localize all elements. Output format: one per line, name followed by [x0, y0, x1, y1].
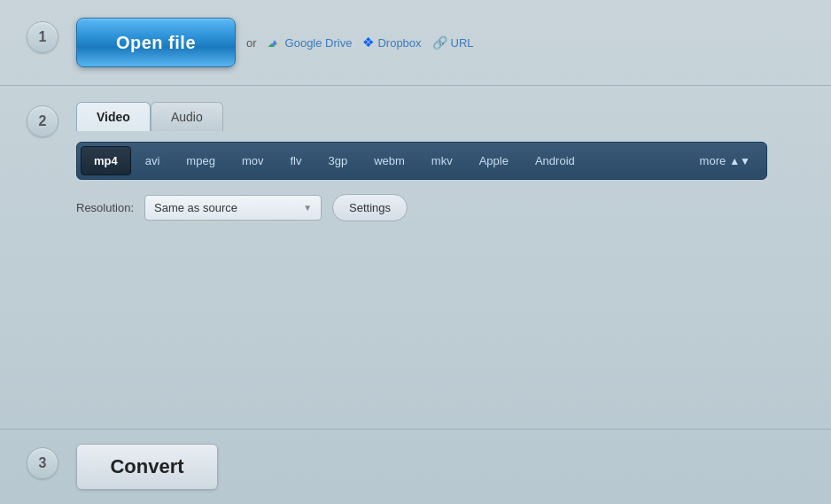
format-tabs: Video Audio — [76, 102, 804, 131]
url-link[interactable]: 🔗 URL — [432, 35, 474, 50]
resolution-dropdown[interactable]: Same as source ▼ — [144, 195, 322, 221]
section-2-content: Video Audio mp4 avi mpeg mov flv 3gp web… — [76, 102, 804, 221]
or-text: or — [246, 36, 257, 50]
format-android[interactable]: Android — [523, 147, 587, 174]
gdrive-label: Google Drive — [285, 36, 353, 50]
resolution-row: Resolution: Same as source ▼ Settings — [76, 194, 804, 221]
section-1-content: Open file or — [76, 18, 804, 67]
main-container: 1 Open file or — [0, 0, 831, 504]
tab-audio[interactable]: Audio — [151, 102, 223, 131]
gdrive-svg — [268, 36, 282, 49]
format-avi[interactable]: avi — [133, 147, 173, 174]
format-bar: mp4 avi mpeg mov flv 3gp webm mkv Apple … — [76, 142, 767, 180]
format-mkv[interactable]: mkv — [419, 147, 465, 174]
google-drive-link[interactable]: Google Drive — [268, 36, 353, 50]
open-file-button[interactable]: Open file — [76, 18, 236, 67]
dropbox-label: Dropbox — [377, 36, 421, 50]
step-3-number: 3 — [27, 447, 58, 479]
step-2-number: 2 — [27, 105, 58, 137]
more-label: more — [700, 154, 726, 167]
resolution-label: Resolution: — [76, 201, 134, 214]
gdrive-icon — [268, 36, 282, 49]
section-3: 3 Convert — [0, 430, 831, 504]
section-1: 1 Open file or — [0, 0, 831, 86]
convert-button[interactable]: Convert — [76, 444, 218, 490]
link-icon: 🔗 — [432, 35, 447, 50]
format-flv[interactable]: flv — [277, 147, 314, 174]
format-mpeg[interactable]: mpeg — [174, 147, 228, 174]
resolution-value: Same as source — [154, 201, 237, 214]
section-3-content: Convert — [76, 444, 804, 490]
format-webm[interactable]: webm — [361, 147, 417, 174]
dropdown-arrow-icon: ▼ — [303, 203, 312, 213]
section-2: 2 Video Audio mp4 avi mpeg mov flv 3gp w… — [0, 86, 831, 430]
format-mp4[interactable]: mp4 — [81, 146, 131, 175]
settings-button[interactable]: Settings — [332, 194, 408, 221]
dropbox-icon: ❖ — [362, 35, 374, 50]
section-2-row: 2 Video Audio mp4 avi mpeg mov flv 3gp w… — [27, 102, 804, 221]
step-1-number: 1 — [27, 21, 58, 53]
tab-video[interactable]: Video — [76, 102, 151, 131]
dropbox-link[interactable]: ❖ Dropbox — [362, 35, 421, 50]
format-3gp[interactable]: 3gp — [315, 147, 360, 174]
format-more[interactable]: more ▲▼ — [687, 147, 763, 174]
format-mov[interactable]: mov — [229, 147, 276, 174]
format-apple[interactable]: Apple — [467, 147, 521, 174]
more-arrow-icon: ▲▼ — [729, 155, 750, 167]
url-label: URL — [451, 36, 474, 50]
